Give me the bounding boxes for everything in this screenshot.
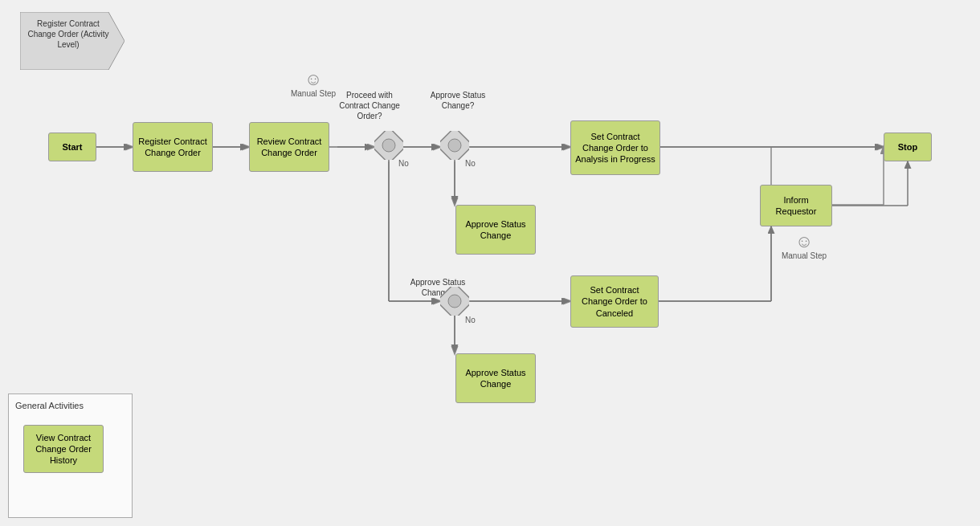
arrows-svg — [0, 0, 980, 526]
gateway1-no-label: No — [398, 159, 409, 168]
gateway3-no-label: No — [465, 316, 476, 324]
person-icon-1: ☺ — [304, 71, 322, 88]
general-activities-panel: General Activities View Contract Change … — [8, 393, 133, 518]
register-cco-node: Register Contract Change Order — [133, 122, 213, 172]
svg-point-21 — [448, 139, 461, 152]
stop-node: Stop — [884, 133, 932, 161]
set-cco-canceled: Set Contract Change Order to Canceled — [570, 275, 659, 328]
approve-status-change-1: Approve Status Change — [455, 205, 536, 255]
inform-requestor-node: Inform Requestor — [760, 185, 832, 226]
view-cco-history[interactable]: View Contract Change Order History — [23, 425, 104, 473]
general-activities-title: General Activities — [15, 401, 125, 410]
start-node: Start — [48, 133, 96, 161]
svg-point-23 — [448, 295, 461, 308]
gateway2-label: Approve Status Change? — [426, 90, 490, 111]
gateway1 — [374, 131, 403, 160]
callout-label: Register Contract Change Order (Activity… — [24, 18, 112, 50]
gateway2 — [440, 131, 469, 160]
review-cco-node: Review Contract Change Order — [249, 122, 329, 172]
person-icon-2: ☺ — [795, 233, 813, 251]
gateway2-no-label: No — [465, 159, 476, 168]
gateway1-label: Proceed with Contract Change Order? — [333, 90, 406, 121]
callout-node: Register Contract Change Order (Activity… — [20, 12, 125, 70]
gateway3 — [440, 287, 469, 316]
diagram-arrows — [0, 0, 980, 526]
diagram-container: Register Contract Change Order (Activity… — [0, 0, 980, 526]
set-cco-analysis: Set Contract Change Order to Analysis in… — [570, 120, 660, 175]
svg-point-19 — [382, 139, 395, 152]
manual-step-2: ☺ Manual Step — [776, 233, 832, 261]
approve-status-change-2: Approve Status Change — [455, 353, 536, 403]
